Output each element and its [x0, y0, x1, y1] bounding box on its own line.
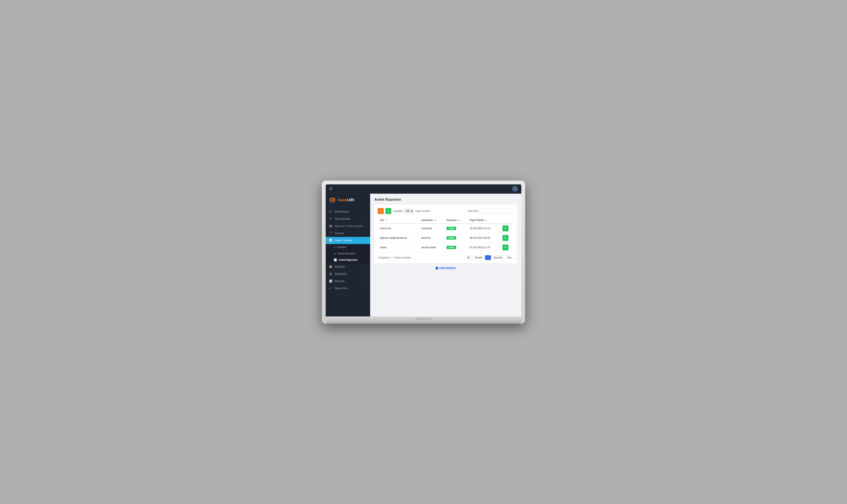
- sidebar-menu: ⊞ Genel Bakış ⚙ Tanımlamalar › 📚 Öğrenme…: [326, 206, 370, 317]
- status-badge: Aktif: [446, 227, 456, 230]
- status-badge: Aktif: [446, 246, 456, 249]
- cell-actions: ⬇: [500, 242, 514, 252]
- col-durumu[interactable]: Durumu ⇅: [444, 217, 467, 223]
- list-icon: ≡: [334, 246, 335, 249]
- sidebar-item-sertifikalar[interactable]: 🏅 Sertifikalar ›: [326, 270, 370, 277]
- cell-aciklama: Açıklama: [419, 223, 444, 233]
- chevron-right-icon: ›: [366, 225, 367, 227]
- sidebar-item-label: Tanımlamalar: [335, 217, 350, 220]
- sidebar-item-label: Dosyalar: [335, 265, 345, 268]
- export-button[interactable]: ≡: [385, 208, 391, 214]
- grid-icon: ⊞: [329, 210, 333, 213]
- pagination-row: 3 Kayıttan 1 - 3 Arası Kayıtlar İlk Önce…: [378, 255, 514, 260]
- sidebar-item-raporlar[interactable]: 📉 Raporlar ›: [326, 277, 370, 285]
- add-button[interactable]: +: [378, 208, 384, 214]
- sidebar-item-dosyalar[interactable]: 📁 Dosyalar ›: [326, 263, 370, 270]
- table-row: anket denmli anket Aktif 07.04.2024 11:4…: [378, 242, 514, 252]
- cell-durumu: Aktif: [444, 223, 467, 233]
- chevron-right-icon: ›: [366, 232, 367, 234]
- logo-text: SuperLMS: [337, 198, 354, 202]
- quick-find-input[interactable]: [480, 209, 514, 213]
- chevron-right-icon: ›: [366, 273, 367, 275]
- sidebar-item-label: Raporlar: [335, 280, 345, 283]
- cell-durumu: Aktif: [444, 233, 467, 242]
- sidebar-item-genel-bakis[interactable]: ⊞ Genel Bakış: [326, 208, 370, 215]
- chevron-right-icon: ›: [366, 266, 367, 268]
- sidebar-sub-anketler[interactable]: ≡ Anketler: [326, 244, 370, 250]
- pagination-buttons: İlk Önceki 1 Sonraki Son: [465, 255, 514, 260]
- gear-icon: ⚙: [329, 217, 333, 220]
- sort-icon-tarihi: ⇅: [485, 219, 487, 221]
- cell-durumu: Aktif: [444, 242, 467, 252]
- sign-out-icon: ↩: [329, 287, 333, 290]
- cell-tarihi: 07.04.2024 11:47: [467, 242, 500, 252]
- cell-adi: eğitmen değerlendirme: [378, 233, 419, 242]
- sidebar-sub-anket-raporlari[interactable]: 📈 Anket Raporları: [326, 257, 370, 263]
- user-avatar[interactable]: 👤: [512, 186, 518, 192]
- pagination-onceki[interactable]: Önceki: [472, 255, 484, 260]
- svg-text:C: C: [436, 268, 437, 269]
- chart-icon: 📊: [329, 239, 333, 242]
- col-adi[interactable]: Adı ⇅: [378, 217, 419, 223]
- cell-adi: Anket Adı: [378, 223, 419, 233]
- pagination-sonraki[interactable]: Sonraki: [492, 255, 505, 260]
- toolbar: + ≡ Sayfada 10 25 50 Kayıt Göster Hızlı …: [378, 208, 514, 214]
- sort-icon-adi: ⇅: [386, 219, 387, 221]
- hamburger-menu[interactable]: ☰: [329, 186, 333, 191]
- quick-find-label: Hızlı Bul:: [468, 210, 479, 213]
- cell-aciklama: deneme: [419, 233, 444, 242]
- status-badge: Aktif: [446, 236, 456, 240]
- chevron-down-icon: ⌄: [365, 239, 367, 241]
- download-button[interactable]: ⬇: [502, 226, 508, 231]
- sidebar-item-label: Öğrenme Yönetim Sistemi: [335, 225, 363, 227]
- pagination-summary: 3 Kayıttan 1 - 3 Arası Kayıtlar: [378, 256, 411, 259]
- page-title: Anket Raporları: [374, 198, 517, 202]
- logo: SuperLMS: [326, 194, 370, 206]
- col-actions-sort: ↓: [502, 219, 504, 222]
- logo-icon: [329, 197, 336, 203]
- chevron-right-icon: ›: [366, 218, 367, 220]
- sidebar-item-siteye-don[interactable]: ↩ Siteye Dön: [326, 285, 370, 292]
- sidebar-item-tanimlamalar[interactable]: ⚙ Tanımlamalar ›: [326, 215, 370, 222]
- sidebar-item-anket-yonetimi[interactable]: 📊 Anket Yönetimi ⌄: [326, 237, 370, 244]
- download-button[interactable]: ⬇: [502, 245, 508, 250]
- sidebar-item-sinavlar[interactable]: ❓ Sınavlar ›: [326, 230, 370, 237]
- certificate-icon: 🏅: [329, 272, 333, 275]
- cell-tarihi: 15.04.2024 14:13: [467, 223, 500, 233]
- cell-adi: anket: [378, 242, 419, 252]
- per-page-label: Sayfada: [393, 210, 403, 213]
- cell-actions: ⬇: [500, 233, 514, 242]
- pagination-son[interactable]: Son: [505, 255, 514, 260]
- cell-tarihi: 08.04.2024 08:32: [467, 233, 500, 242]
- sidebar-item-label: Genel Bakış: [335, 210, 349, 213]
- sort-icon-durumu: ⇅: [458, 219, 460, 221]
- col-aciklama[interactable]: Açıklama ⇅: [419, 217, 444, 223]
- per-page-select[interactable]: 10 25 50: [404, 209, 414, 213]
- sidebar: SuperLMS ⊞ Genel Bakış ⚙ Tanımlamalar ›: [326, 194, 370, 317]
- pagination-ilk[interactable]: İlk: [465, 255, 472, 260]
- main-content: Anket Raporları + ≡ Sayfada 10 25 50 Kay…: [370, 194, 521, 317]
- quick-find-container: Hızlı Bul:: [468, 209, 514, 213]
- footer-brand-text: CREAMOBILE: [439, 267, 456, 270]
- cell-aciklama: denmli anket: [419, 242, 444, 252]
- sidebar-item-ogrenme[interactable]: 📚 Öğrenme Yönetim Sistemi ›: [326, 222, 370, 230]
- sidebar-item-label: Anket Yönetimi: [335, 239, 352, 242]
- content-card: + ≡ Sayfada 10 25 50 Kayıt Göster Hızlı …: [374, 205, 517, 263]
- download-button[interactable]: ⬇: [502, 235, 508, 241]
- report-icon: 📈: [334, 258, 337, 262]
- col-actions: ↓: [500, 217, 514, 223]
- sidebar-sub-anket-atamalari[interactable]: ⇌ Anket Atamaları: [326, 250, 370, 257]
- sidebar-sub-label: Anketler: [337, 246, 346, 249]
- creamobile-icon: C: [435, 267, 438, 270]
- cell-actions: ⬇: [500, 223, 514, 233]
- folder-icon: 📁: [329, 265, 333, 268]
- sidebar-sub-label: Anket Atamaları: [337, 252, 355, 255]
- book-icon: 📚: [329, 224, 333, 228]
- table-row: Anket Adı Açıklama Aktif 15.04.2024 14:1…: [378, 223, 514, 233]
- chevron-right-icon: ›: [366, 280, 367, 282]
- col-kayit-tarihi[interactable]: Kayıt Tarihi ⇅: [467, 217, 500, 223]
- sort-icon-aciklama: ⇅: [434, 219, 436, 221]
- pagination-page-1[interactable]: 1: [485, 255, 491, 260]
- chart-line-icon: 📉: [329, 280, 333, 283]
- footer-brand: C CREAMOBILE: [378, 267, 514, 270]
